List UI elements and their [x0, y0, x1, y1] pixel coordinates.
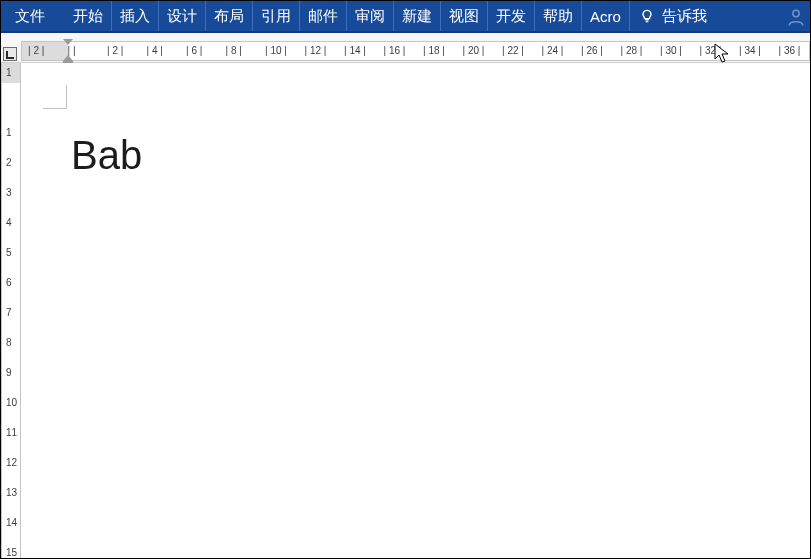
h-ruler-tick: | 2 | — [28, 45, 44, 56]
v-ruler-tick: 10 — [6, 397, 17, 408]
h-ruler-tick: | 8 | — [226, 45, 242, 56]
v-ruler-tick: 5 — [6, 247, 12, 258]
v-ruler-tick: 6 — [6, 277, 12, 288]
v-ruler-tick: 12 — [6, 457, 17, 468]
h-ruler-tick: | 18 | — [423, 45, 445, 56]
v-ruler-tick: 14 — [6, 517, 17, 528]
tab-references[interactable]: 引用 — [253, 1, 300, 31]
h-ruler-tick: | 6 | — [186, 45, 202, 56]
tab-new[interactable]: 新建 — [394, 1, 441, 31]
first-line-indent-marker[interactable] — [63, 39, 73, 45]
tab-stop-selector[interactable] — [3, 47, 17, 61]
h-ruler-tick: | 24 | — [542, 45, 564, 56]
tab-review[interactable]: 审阅 — [347, 1, 394, 31]
h-ruler-tick: | 28 | — [621, 45, 643, 56]
horizontal-ruler[interactable]: | 2 || || 2 || 4 || 6 || 8 || 10 || 12 |… — [21, 41, 810, 61]
h-ruler-tick: | 32 | — [700, 45, 722, 56]
h-ruler-tick: | 36 | — [779, 45, 801, 56]
h-ruler-tick: | 2 | — [107, 45, 123, 56]
v-ruler-tick: 9 — [6, 367, 12, 378]
v-ruler-tick: 7 — [6, 307, 12, 318]
tell-me-label: 告诉我 — [662, 7, 707, 26]
lightbulb-icon — [640, 9, 654, 23]
h-ruler-tick: | 16 | — [384, 45, 406, 56]
h-ruler-tick: | 30 | — [660, 45, 682, 56]
h-ruler-tick: | 26 | — [581, 45, 603, 56]
v-ruler-tick: 2 — [6, 157, 12, 168]
tab-home[interactable]: 开始 — [65, 1, 112, 31]
svg-point-0 — [793, 10, 799, 16]
v-ruler-tick: 11 — [6, 427, 17, 438]
tab-design[interactable]: 设计 — [159, 1, 206, 31]
h-ruler-tick: | 12 | — [305, 45, 327, 56]
tab-help[interactable]: 帮助 — [535, 1, 582, 31]
tab-file[interactable]: 文件 — [1, 1, 65, 31]
document-body-text[interactable]: Bab — [71, 133, 142, 178]
v-ruler-tick: 13 — [6, 487, 17, 498]
tab-developer[interactable]: 开发 — [488, 1, 535, 31]
account-icon[interactable] — [786, 6, 806, 27]
tab-insert[interactable]: 插入 — [112, 1, 159, 31]
tab-acrobat[interactable]: Acro — [582, 1, 630, 31]
v-ruler-tick: 4 — [6, 217, 12, 228]
h-ruler-tick: | 14 | — [344, 45, 366, 56]
tell-me-search[interactable]: 告诉我 — [630, 7, 717, 26]
tab-mailings[interactable]: 邮件 — [300, 1, 347, 31]
tab-view[interactable]: 视图 — [441, 1, 488, 31]
h-ruler-tick: | 34 | — [739, 45, 761, 56]
ribbon-tabs: 文件 开始 插入 设计 布局 引用 邮件 审阅 新建 视图 开发 帮助 Acro… — [1, 1, 810, 33]
h-ruler-tick: | 10 | — [265, 45, 287, 56]
v-ruler-tick: 15 — [6, 547, 17, 558]
tab-layout[interactable]: 布局 — [206, 1, 253, 31]
vertical-ruler[interactable]: 1123456789101112131415 — [1, 63, 21, 558]
v-ruler-tick: 1 — [6, 67, 12, 78]
v-ruler-tick: 1 — [6, 127, 12, 138]
h-ruler-tick: | 4 | — [147, 45, 163, 56]
v-ruler-tick: 8 — [6, 337, 12, 348]
workspace: 1123456789101112131415 Bab — [1, 63, 810, 558]
v-ruler-tick: 3 — [6, 187, 12, 198]
header-boundary-mark — [43, 85, 67, 109]
h-ruler-tick: | 20 | — [463, 45, 485, 56]
h-ruler-tick: | 22 | — [502, 45, 524, 56]
ruler-row: | 2 || || 2 || 4 || 6 || 8 || 10 || 12 |… — [1, 33, 810, 63]
document-page[interactable]: Bab — [21, 63, 810, 558]
